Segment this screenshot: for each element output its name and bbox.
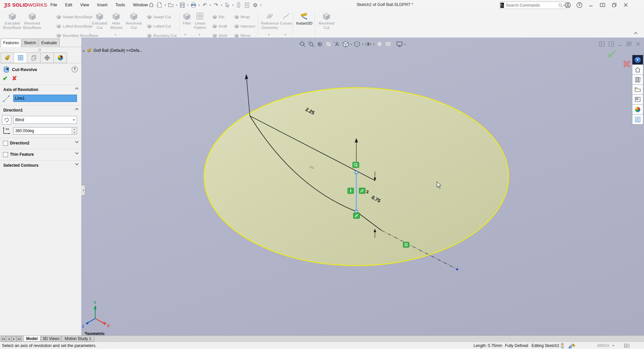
selected-contours-section-header[interactable]: Selected Contours [3,163,38,168]
new-document-icon[interactable] [156,1,163,9]
apply-scene-icon[interactable] [384,40,392,48]
configurationmanager-tab[interactable] [27,52,40,63]
direction2-section-header[interactable]: Direction2 [10,141,30,145]
restore-document-icon[interactable] [626,42,632,46]
restore-button[interactable] [610,1,618,9]
rib-button[interactable]: Rib [212,15,224,19]
tree-item-label[interactable]: Golf Ball (Default) <<Defa... [94,48,142,53]
search-commands-box[interactable]: >_ ▾ [499,2,565,9]
home-tab[interactable] [632,65,643,75]
last-tab-icon[interactable] [17,336,22,342]
next-window-icon[interactable] [608,42,614,46]
direction1-section-header[interactable]: Direction1 [3,108,23,113]
centerline-endpoint[interactable] [456,268,458,270]
next-tab-icon[interactable] [12,336,17,342]
pm-help-icon[interactable]: ? [72,66,78,72]
reference-geometry-caret-icon[interactable]: ▾ [268,33,269,36]
curves-caret-icon[interactable]: ▾ [285,33,286,36]
spinner-up-icon[interactable]: ▲ [72,128,77,131]
undo-icon[interactable]: ↶ [201,1,208,9]
select-icon[interactable] [224,1,231,9]
tab-model[interactable]: Model [23,336,40,342]
display-style-caret-icon[interactable]: ▾ [362,43,363,46]
design-library-tab[interactable] [632,75,643,85]
minimize-button[interactable] [587,1,595,9]
revolved-boss-base-button[interactable]: Revolved Boss/Base [20,12,44,30]
close-document-icon[interactable] [636,42,640,46]
selected-contours-expand-chevron-icon[interactable] [75,163,79,165]
options-caret-icon[interactable]: ▾ [260,4,261,7]
pm-cancel-button[interactable]: ✘ [12,75,17,82]
instant3d-button[interactable]: Instant3D [295,12,314,26]
select-caret-icon[interactable]: ▾ [232,4,234,7]
angle-spinner[interactable]: ▲▼ [72,128,77,134]
direction2-expand-chevron-icon[interactable] [75,141,79,143]
tab-motion-study[interactable]: Motion Study 1 [62,336,94,342]
hide-show-items-caret-icon[interactable]: ▾ [373,43,375,46]
angle-input[interactable] [14,128,72,133]
graphics-viewport[interactable]: 2 2.25 0.75 ✎ [81,38,644,335]
tab-splitter-grip[interactable]: ∷ [117,337,119,340]
menu-tools[interactable]: Tools [111,3,129,7]
line1-bottom-endpoint[interactable] [355,210,358,213]
apply-scene-caret-icon[interactable]: ▾ [393,43,394,46]
relation-badge-pierce-bottom[interactable] [353,213,360,218]
wrap-button[interactable]: Wrap [234,15,250,19]
shell-button[interactable]: Shell [212,33,227,38]
mirror-button[interactable]: Mirror [234,33,250,38]
active-revolved-cut-button[interactable]: Revolved Cut [316,12,337,30]
view-orientation-icon[interactable] [342,40,350,48]
relation-badge-equal[interactable] [403,242,409,247]
direction2-checkbox[interactable] [3,141,8,146]
search-input[interactable] [505,3,558,8]
span-displays-button[interactable] [598,1,607,9]
tab-3d-views[interactable]: 3D Views [41,336,61,342]
reference-geometry-button[interactable]: Reference Geometry [259,12,281,30]
file-explorer-tab[interactable] [632,85,643,95]
help-icon[interactable]: ? [575,1,584,9]
home-icon[interactable] [148,1,155,9]
zoom-to-fit-icon[interactable] [299,40,307,48]
confirmation-ok-icon[interactable]: ✔ [606,46,618,62]
sketch-canvas[interactable]: 2 2.25 0.75 ✎ [81,38,644,335]
fillet-caret-icon[interactable]: ▾ [184,33,186,36]
draft-button[interactable]: Draft [212,24,227,29]
open-document-icon[interactable] [167,1,175,9]
swept-boss-base-button[interactable]: Swept Boss/Base [56,15,93,19]
menu-edit[interactable]: Edit [61,3,76,7]
options-gear-icon[interactable]: ⚙ [251,1,259,9]
flyout-feature-tree[interactable]: ▸ Golf Ball (Default) <<Defa... [83,48,142,53]
edit-appearance-icon[interactable] [376,40,384,48]
menu-file[interactable]: File [46,3,61,7]
linear-pattern-button[interactable]: Linear Pattern [191,12,209,30]
menu-insert[interactable]: Insert [93,3,111,7]
dimxpertmanager-tab[interactable] [40,52,54,63]
view-settings-icon[interactable] [395,40,403,48]
panel-collapse-handle[interactable]: ◂ [81,185,85,196]
tab-sketch[interactable]: Sketch [22,39,38,46]
previous-window-icon[interactable] [599,42,605,46]
boundary-cut-button[interactable]: Boundary Cut [147,33,177,38]
file-properties-icon[interactable] [243,1,250,9]
linear-pattern-caret-icon[interactable]: ▾ [199,33,200,36]
previous-tab-icon[interactable] [6,336,11,342]
revolved-cut-button[interactable]: Revolved Cut [123,12,144,30]
hide-show-annotations-icon[interactable] [333,40,341,48]
relation-badge-coincident[interactable] [353,162,359,168]
tags-icon[interactable] [624,343,630,348]
view-palette-tab[interactable] [632,95,643,105]
print-caret-icon[interactable]: ▾ [198,4,200,7]
thin-feature-expand-chevron-icon[interactable] [75,152,79,154]
rebuild-status-icon[interactable] [561,343,564,349]
previous-view-icon[interactable] [316,40,324,48]
redo-caret-icon[interactable]: ▾ [221,4,222,7]
displaymanager-tab[interactable] [54,52,67,63]
axis-section-header[interactable]: Axis of Revolution [3,87,38,92]
thin-feature-section-header[interactable]: Thin Feature [10,152,34,157]
units-caret-icon[interactable]: ▴ [612,343,614,347]
intersect-button[interactable]: Intersect [234,24,255,29]
reference-axis-line[interactable] [247,77,250,116]
curves-button[interactable]: Curves [279,12,293,26]
direction1-collapse-chevron-icon[interactable] [75,108,79,110]
login-account-icon[interactable] [563,1,572,9]
